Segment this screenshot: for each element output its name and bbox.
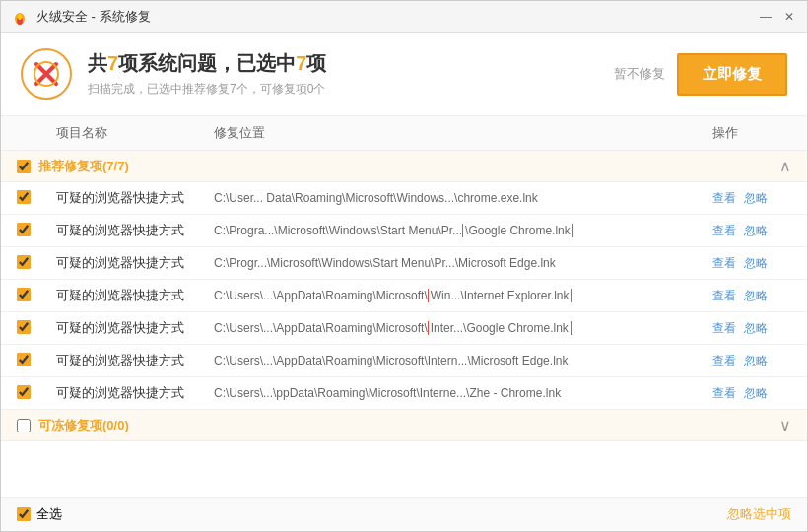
main-window: 火绒安全 - 系统修复 — ✕ 共7项系统问题，已选中7项 扫描完成，已选中推荐…: [0, 0, 808, 532]
app-icon: [11, 8, 29, 26]
svg-point-2: [18, 14, 22, 20]
skip-link-1[interactable]: 忽略: [744, 190, 768, 207]
row-checkbox-cell: [17, 320, 56, 337]
window-controls: — ✕: [758, 9, 797, 25]
row-checkbox-cell: [17, 385, 56, 402]
table-container: 项目名称 修复位置 操作 推荐修复项(7/7) ∧ 可疑的浏览器快捷方式 C:\…: [1, 116, 807, 497]
row-path-1: C:\User... Data\Roaming\Microsoft\Window…: [214, 191, 712, 205]
row-actions-5: 查看 忽略: [712, 320, 791, 337]
title-bar: 火绒安全 - 系统修复 — ✕: [1, 1, 807, 33]
row-checkbox-2[interactable]: [17, 223, 31, 236]
ignore-selected-button[interactable]: 忽略选中项: [727, 505, 791, 523]
row-path-3: C:\Progr...\Microsoft\Windows\Start Menu…: [214, 256, 712, 270]
table-body: 推荐修复项(7/7) ∧ 可疑的浏览器快捷方式 C:\User... Data\…: [1, 151, 807, 497]
row-name-6: 可疑的浏览器快捷方式: [56, 352, 214, 369]
highlighted-path-4: Win...\Internet Explorer.lnk: [428, 289, 572, 302]
row-actions-1: 查看 忽略: [712, 190, 791, 207]
window-title: 火绒安全 - 系统修复: [36, 8, 758, 26]
table-row: 可疑的浏览器快捷方式 C:\Users\...\ppData\Roaming\M…: [1, 377, 807, 410]
view-link-6[interactable]: 查看: [712, 353, 736, 369]
col-path-header: 修复位置: [214, 124, 712, 142]
row-actions-3: 查看 忽略: [712, 255, 791, 272]
header-subtitle: 扫描完成，已选中推荐修复7个，可修复项0个: [88, 81, 614, 98]
view-link-1[interactable]: 查看: [712, 190, 736, 207]
close-button[interactable]: ✕: [781, 9, 797, 25]
header-title: 共7项系统问题，已选中7项: [88, 50, 614, 77]
row-actions-2: 查看 忽略: [712, 223, 791, 239]
select-all-label: 全选: [36, 505, 62, 523]
table-row: 可疑的浏览器快捷方式 C:\Users\...\AppData\Roaming\…: [1, 312, 807, 345]
row-checkbox-4[interactable]: [17, 288, 31, 301]
header-icon: [21, 48, 72, 100]
skip-link-4[interactable]: 忽略: [744, 288, 768, 304]
col-action-header: 操作: [712, 124, 791, 142]
row-checkbox-cell: [17, 288, 56, 304]
row-checkbox-1[interactable]: [17, 190, 31, 204]
row-actions-6: 查看 忽略: [712, 353, 791, 369]
header-actions: 暂不修复 立即修复: [614, 53, 787, 96]
row-checkbox-cell: [17, 223, 56, 239]
group-fixable-label: 可冻修复项(0/0): [38, 417, 129, 434]
table-row: 可疑的浏览器快捷方式 C:\Progr...\Microsoft\Windows…: [1, 247, 807, 280]
row-path-7: C:\Users\...\ppData\Roaming\Microsoft\In…: [214, 386, 712, 400]
select-all-checkbox[interactable]: [17, 507, 31, 521]
group-recommended-checkbox[interactable]: [17, 160, 31, 173]
row-path-5: C:\Users\...\AppData\Roaming\Microsoft\I…: [214, 321, 712, 335]
skip-link-6[interactable]: 忽略: [744, 353, 768, 369]
group-fixable-toggle-icon[interactable]: ∨: [779, 416, 791, 434]
group-recommended-header: 推荐修复项(7/7) ∧: [1, 151, 807, 182]
row-checkbox-7[interactable]: [17, 385, 31, 399]
row-checkbox-6[interactable]: [17, 353, 31, 366]
row-path-6: C:\Users\...\AppData\Roaming\Microsoft\I…: [214, 354, 712, 367]
row-checkbox-3[interactable]: [17, 255, 31, 269]
select-all-container: 全选: [17, 505, 62, 523]
col-name-header: 项目名称: [56, 124, 214, 142]
total-count: 7: [107, 52, 118, 74]
view-link-3[interactable]: 查看: [712, 255, 736, 272]
row-name-2: 可疑的浏览器快捷方式: [56, 222, 214, 239]
highlighted-path-2: \Google Chrome.lnk: [462, 224, 573, 237]
row-path-4: C:\Users\...\AppData\Roaming\Microsoft\W…: [214, 289, 712, 302]
row-name-5: 可疑的浏览器快捷方式: [56, 319, 214, 337]
row-checkbox-5[interactable]: [17, 320, 31, 334]
highlighted-path-5: Inter...\Google Chrome.lnk: [428, 321, 572, 335]
row-name-7: 可疑的浏览器快捷方式: [56, 384, 214, 402]
table-header: 项目名称 修复位置 操作: [1, 116, 807, 151]
row-name-3: 可疑的浏览器快捷方式: [56, 254, 214, 272]
row-checkbox-cell: [17, 190, 56, 207]
header-content: 共7项系统问题，已选中7项 扫描完成，已选中推荐修复7个，可修复项0个: [88, 50, 614, 98]
group-fixable-checkbox[interactable]: [17, 419, 31, 432]
row-actions-4: 查看 忽略: [712, 288, 791, 304]
minimize-button[interactable]: —: [758, 9, 774, 25]
group-fixable-header: 可冻修复项(0/0) ∨: [1, 410, 807, 441]
skip-link-5[interactable]: 忽略: [744, 320, 768, 337]
view-link-2[interactable]: 查看: [712, 223, 736, 239]
fix-button[interactable]: 立即修复: [677, 53, 787, 96]
header-section: 共7项系统问题，已选中7项 扫描完成，已选中推荐修复7个，可修复项0个 暂不修复…: [1, 33, 807, 116]
row-checkbox-cell: [17, 353, 56, 369]
group-recommended-label: 推荐修复项(7/7): [38, 158, 129, 175]
selected-count: 7: [296, 52, 306, 74]
row-actions-7: 查看 忽略: [712, 385, 791, 402]
table-row: 可疑的浏览器快捷方式 C:\Progra...\Microsoft\Window…: [1, 215, 807, 247]
skip-link-2[interactable]: 忽略: [744, 223, 768, 239]
view-link-5[interactable]: 查看: [712, 320, 736, 337]
table-row: 可疑的浏览器快捷方式 C:\Users\...\AppData\Roaming\…: [1, 345, 807, 377]
skip-button[interactable]: 暂不修复: [614, 65, 665, 83]
row-path-2: C:\Progra...\Microsoft\Windows\Start Men…: [214, 224, 712, 237]
row-checkbox-cell: [17, 255, 56, 272]
skip-link-3[interactable]: 忽略: [744, 255, 768, 272]
view-link-7[interactable]: 查看: [712, 385, 736, 402]
group-toggle-icon[interactable]: ∧: [779, 157, 791, 175]
row-name-4: 可疑的浏览器快捷方式: [56, 287, 214, 304]
table-row: 可疑的浏览器快捷方式 C:\Users\...\AppData\Roaming\…: [1, 280, 807, 312]
footer-section: 全选 忽略选中项: [1, 497, 807, 531]
view-link-4[interactable]: 查看: [712, 288, 736, 304]
row-name-1: 可疑的浏览器快捷方式: [56, 189, 214, 207]
table-row: 可疑的浏览器快捷方式 C:\User... Data\Roaming\Micro…: [1, 182, 807, 215]
skip-link-7[interactable]: 忽略: [744, 385, 768, 402]
col-checkbox-header: [17, 124, 56, 142]
